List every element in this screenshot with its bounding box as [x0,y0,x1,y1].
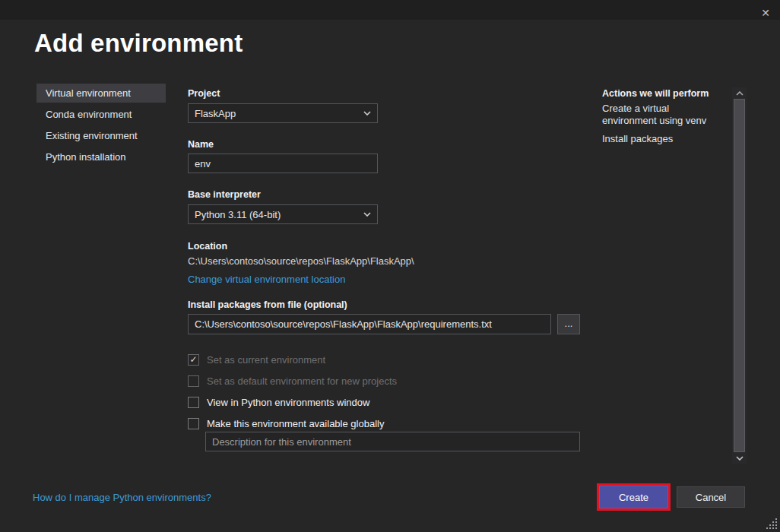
location-label: Location [188,241,227,252]
checkbox-row-set-current: ✓ Set as current environment [188,353,325,366]
checkbox-label: Make this environment available globally [207,418,384,429]
checkbox-row-available-globally: Make this environment available globally [188,416,384,430]
base-interpreter-dropdown-value: Python 3.11 (64-bit) [195,209,281,220]
name-input[interactable] [188,154,378,173]
view-environments-checkbox[interactable] [188,397,199,408]
actions-panel-item: Create a virtual environment using venv [602,103,724,127]
project-label: Project [188,88,220,99]
scroll-down-icon[interactable] [732,452,747,464]
sidebar-item-virtual-environment[interactable]: Virtual environment [36,84,166,103]
checkbox-label: Set as current environment [207,354,325,366]
install-packages-label: Install packages from file (optional) [188,299,347,310]
set-default-checkbox[interactable] [188,375,199,387]
checkbox-label: View in Python environments window [207,397,369,408]
checkbox-label: Set as default environment for new proje… [207,375,397,387]
close-icon[interactable]: ✕ [757,5,774,21]
chevron-down-icon [363,212,371,217]
resize-grip-icon[interactable] [766,518,778,530]
location-path: C:\Users\contoso\source\repos\FlaskApp\F… [188,255,414,267]
available-globally-checkbox[interactable] [188,418,199,429]
change-location-link[interactable]: Change virtual environment location [188,274,345,285]
project-dropdown-value: FlaskApp [195,108,236,119]
sidebar-item-conda-environment[interactable]: Conda environment [36,105,166,124]
checkbox-row-view-environments: View in Python environments window [188,395,369,409]
scrollbar-thumb[interactable] [734,99,745,452]
manage-environments-help-link[interactable]: How do I manage Python environments? [33,492,211,503]
actions-panel: Actions we will perform Create a virtual… [602,88,724,151]
checkmark-icon: ✓ [189,355,197,365]
sidebar-item-existing-environment[interactable]: Existing environment [36,126,166,145]
add-environment-dialog: ✕ Add environment Virtual environment Co… [0,0,780,532]
actions-panel-title: Actions we will perform [602,88,724,99]
dialog-titlebar [0,0,780,20]
actions-panel-item: Install packages [602,133,724,145]
checkbox-row-set-default: Set as default environment for new proje… [188,374,397,388]
page-title: Add environment [34,29,243,58]
project-dropdown[interactable]: FlaskApp [188,103,378,123]
scroll-up-icon[interactable] [732,87,747,99]
chevron-down-icon [363,111,371,116]
create-button[interactable]: Create [599,486,668,508]
name-label: Name [188,139,214,150]
browse-button[interactable]: ... [557,314,580,334]
description-input[interactable] [205,432,580,451]
actions-scrollbar[interactable] [732,87,747,464]
environment-type-sidebar: Virtual environment Conda environment Ex… [36,84,166,169]
sidebar-item-python-installation[interactable]: Python installation [36,147,166,166]
create-button-highlight: Create [597,483,671,511]
install-packages-input[interactable] [188,314,551,334]
cancel-button[interactable]: Cancel [677,486,745,508]
set-current-checkbox[interactable]: ✓ [188,354,199,366]
base-interpreter-dropdown[interactable]: Python 3.11 (64-bit) [188,204,378,224]
base-interpreter-label: Base interpreter [188,189,261,200]
